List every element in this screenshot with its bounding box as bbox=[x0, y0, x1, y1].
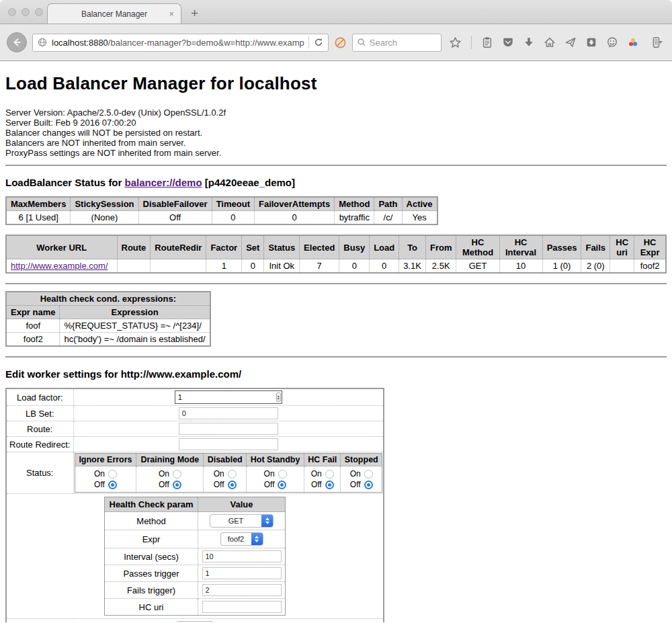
zoom-window-icon[interactable] bbox=[35, 8, 43, 16]
expr-select[interactable]: foof2 bbox=[220, 532, 263, 546]
status-header-row: Ignore Errors Draining Mode Disabled Hot… bbox=[75, 454, 382, 466]
hc-fail-off-radio[interactable] bbox=[325, 481, 334, 489]
col-passes: Passes bbox=[542, 235, 581, 259]
col-from: From bbox=[425, 235, 456, 259]
hot-standby-on-radio[interactable] bbox=[278, 470, 287, 479]
reload-icon[interactable] bbox=[313, 37, 324, 48]
tab-balancer-manager[interactable]: Balancer Manager × bbox=[47, 3, 181, 24]
toolbar-buttons bbox=[448, 35, 672, 50]
balancer-status-table: MaxMembers StickySession DisableFailover… bbox=[5, 196, 438, 225]
send-icon bbox=[564, 36, 577, 48]
minimize-window-icon[interactable] bbox=[22, 8, 30, 16]
stopped-off-radio[interactable] bbox=[364, 481, 373, 489]
radio-off-label: Off bbox=[214, 480, 224, 489]
cell-timeout: 0 bbox=[212, 211, 254, 225]
select-chevrons-icon bbox=[251, 532, 263, 546]
hc-fail-on-radio[interactable] bbox=[325, 470, 334, 479]
radio-off-label: Off bbox=[264, 480, 275, 489]
number-spinner-icon[interactable]: ▲▼ bbox=[276, 392, 281, 402]
ignore-errors-on-radio[interactable] bbox=[108, 470, 117, 479]
col-stopped: Stopped bbox=[341, 454, 382, 466]
load-factor-input[interactable] bbox=[175, 392, 276, 402]
ignore-errors-radios: On Off bbox=[75, 466, 136, 493]
cell-failoverattempts: 0 bbox=[254, 211, 334, 225]
heading-suffix: [p4420eeae_demo] bbox=[202, 177, 295, 188]
home-button[interactable] bbox=[542, 35, 557, 50]
url-bar[interactable]: localhost:8880/balancer-manager?b=demo&w… bbox=[32, 34, 329, 52]
ignore-errors-off-radio[interactable] bbox=[108, 481, 117, 489]
load-factor-row: Load factor: ▲▼ bbox=[6, 388, 384, 406]
feedback-button[interactable] bbox=[605, 35, 620, 50]
hot-standby-off-radio[interactable] bbox=[278, 481, 286, 489]
downloads-button[interactable] bbox=[521, 35, 536, 50]
passes-input[interactable] bbox=[202, 567, 282, 579]
cell-path: /c/ bbox=[374, 211, 402, 225]
clipboard-button[interactable] bbox=[480, 35, 495, 50]
hc-uri-input[interactable] bbox=[202, 601, 282, 613]
method-select[interactable]: GET bbox=[210, 514, 274, 528]
col-hc-interval: HC Interval bbox=[499, 235, 542, 259]
send-button[interactable] bbox=[563, 35, 578, 50]
color-addon-button[interactable] bbox=[626, 35, 640, 50]
lb-set-input[interactable] bbox=[179, 407, 278, 419]
cell-factor: 1 bbox=[206, 259, 242, 274]
radio-off-label: Off bbox=[94, 480, 105, 489]
url-text[interactable]: localhost:8880/balancer-manager?b=demo&w… bbox=[52, 38, 304, 48]
hc-interval-row: Interval (secs) bbox=[105, 548, 286, 565]
search-input[interactable] bbox=[370, 38, 437, 48]
balancer-status-heading: LoadBalancer Status for balancer://demo … bbox=[5, 177, 667, 188]
heading-prefix: LoadBalancer Status for bbox=[5, 177, 125, 188]
balancer-demo-link[interactable]: balancer://demo bbox=[125, 177, 202, 188]
passes-label: Passes trigger bbox=[105, 565, 198, 582]
stopped-on-radio[interactable] bbox=[364, 470, 373, 479]
device-button[interactable] bbox=[646, 35, 667, 50]
pocket-button[interactable] bbox=[501, 35, 515, 50]
expr-label: Expr bbox=[105, 530, 198, 548]
worker-url-link[interactable]: http://www.example.com/ bbox=[11, 261, 108, 271]
col-load: Load bbox=[370, 235, 399, 259]
status-radio-row: On Off On Off On Off bbox=[75, 466, 382, 493]
disabled-on-radio[interactable] bbox=[228, 470, 237, 479]
draining-mode-off-radio[interactable] bbox=[173, 481, 181, 489]
col-timeout: Timeout bbox=[212, 197, 254, 211]
nav-toolbar: localhost:8880/balancer-manager?b=demo&w… bbox=[0, 24, 672, 61]
cell-disablefailover: Off bbox=[138, 211, 212, 225]
submit-button[interactable]: Submit bbox=[176, 621, 214, 622]
close-window-icon[interactable] bbox=[8, 8, 16, 16]
blocked-content-button[interactable] bbox=[334, 35, 347, 50]
interval-input[interactable] bbox=[202, 550, 282, 563]
fails-label: Fails trigger) bbox=[105, 582, 198, 599]
stopped-radios: On Off bbox=[341, 466, 382, 493]
window-controls[interactable] bbox=[8, 8, 43, 16]
route-redirect-input[interactable] bbox=[179, 438, 278, 450]
route-input[interactable] bbox=[179, 423, 278, 435]
expr-select-value: foof2 bbox=[221, 535, 251, 543]
divider bbox=[5, 165, 667, 166]
divider bbox=[5, 356, 667, 358]
edit-worker-heading: Edit worker settings for http://www.exam… bbox=[5, 368, 667, 380]
device-dropdown-caret[interactable] bbox=[659, 41, 663, 44]
draining-mode-on-radio[interactable] bbox=[173, 470, 181, 479]
persist-note-line: Balancer changes will NOT be persisted o… bbox=[5, 128, 667, 138]
tab-close-icon[interactable]: × bbox=[169, 9, 174, 19]
bookmark-star-button[interactable] bbox=[448, 35, 463, 50]
back-button[interactable] bbox=[7, 32, 27, 52]
save-panel-button[interactable] bbox=[584, 35, 599, 50]
cell-expression: hc('body') =~ /domain is established/ bbox=[60, 333, 210, 347]
worker-status-table: Worker URL Route RouteRedir Factor Set S… bbox=[5, 235, 667, 274]
radio-on-label: On bbox=[159, 469, 169, 479]
radio-on-label: On bbox=[311, 469, 322, 479]
fails-input[interactable] bbox=[202, 584, 282, 596]
route-label: Route: bbox=[6, 421, 73, 437]
search-bar[interactable] bbox=[352, 34, 442, 52]
cell-expr-name: foof2 bbox=[6, 333, 60, 347]
new-tab-button[interactable]: + bbox=[191, 6, 198, 21]
worker-row: http://www.example.com/ 1 0 Init Ok 7 0 … bbox=[6, 259, 666, 274]
col-method: Method bbox=[335, 197, 374, 211]
disabled-off-radio[interactable] bbox=[228, 481, 237, 489]
inherit-note-line: Balancers are NOT inherited from main se… bbox=[5, 138, 667, 148]
toolbar-divider bbox=[471, 36, 472, 49]
col-hc-expr: HC Expr bbox=[634, 235, 666, 259]
col-factor: Factor bbox=[206, 235, 242, 259]
cell-maxmembers: 6 [1 Used] bbox=[6, 211, 71, 225]
